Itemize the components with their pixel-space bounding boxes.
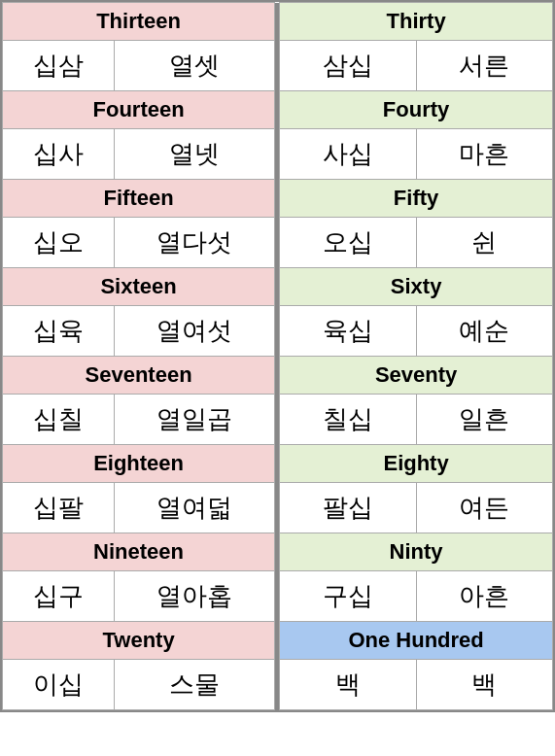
left-header-6: Nineteen (3, 533, 275, 571)
right-header-4: Seventy (280, 357, 553, 395)
right-header-0: Thirty (280, 3, 553, 41)
left-k1-0: 십삼 (3, 41, 115, 91)
right-header-5: Eighty (280, 445, 553, 483)
right-header-3: Sixty (280, 268, 553, 306)
right-header-2: Fifty (280, 180, 553, 218)
right-k2-0: 서른 (416, 41, 552, 91)
right-k1-0: 삼십 (280, 41, 416, 91)
left-header-1: Fourteen (3, 91, 275, 129)
left-header-5: Eighteen (3, 445, 275, 483)
left-header-4: Seventeen (3, 357, 275, 395)
left-k2-1: 열넷 (115, 129, 275, 180)
right-k2-5: 여든 (416, 483, 552, 533)
right-k2-7: 백 (416, 660, 552, 710)
left-k2-6: 열아홉 (115, 571, 275, 622)
right-k1-2: 오십 (280, 218, 416, 268)
right-k2-2: 쉰 (416, 218, 552, 268)
left-header-0: Thirteen (3, 3, 275, 41)
right-header-7: One Hundred (280, 622, 553, 660)
left-header-3: Sixteen (3, 268, 275, 306)
right-k1-5: 팔십 (280, 483, 416, 533)
right-k1-1: 사십 (280, 129, 416, 180)
right-k2-1: 마흔 (416, 129, 552, 180)
right-k1-3: 육십 (280, 306, 416, 357)
left-k1-6: 십구 (3, 571, 115, 622)
left-k1-2: 십오 (3, 218, 115, 268)
left-k1-1: 십사 (3, 129, 115, 180)
left-header-2: Fifteen (3, 180, 275, 218)
left-k2-2: 열다섯 (115, 218, 275, 268)
right-k2-6: 아흔 (416, 571, 552, 622)
left-k2-5: 열여덟 (115, 483, 275, 533)
right-k1-6: 구십 (280, 571, 416, 622)
main-table: ThirteenThirty십삼열셋삼십서른FourteenFourty십사열넷… (0, 0, 555, 712)
right-k1-7: 백 (280, 660, 416, 710)
left-k2-7: 스물 (115, 660, 275, 710)
left-header-7: Twenty (3, 622, 275, 660)
left-k1-7: 이십 (3, 660, 115, 710)
left-k1-5: 십팔 (3, 483, 115, 533)
right-k2-4: 일흔 (416, 395, 552, 445)
left-k1-4: 십칠 (3, 395, 115, 445)
right-header-1: Fourty (280, 91, 553, 129)
left-k2-4: 열일곱 (115, 395, 275, 445)
right-k2-3: 예순 (416, 306, 552, 357)
left-k2-3: 열여섯 (115, 306, 275, 357)
right-header-6: Ninty (280, 533, 553, 571)
right-k1-4: 칠십 (280, 395, 416, 445)
left-k1-3: 십육 (3, 306, 115, 357)
left-k2-0: 열셋 (115, 41, 275, 91)
